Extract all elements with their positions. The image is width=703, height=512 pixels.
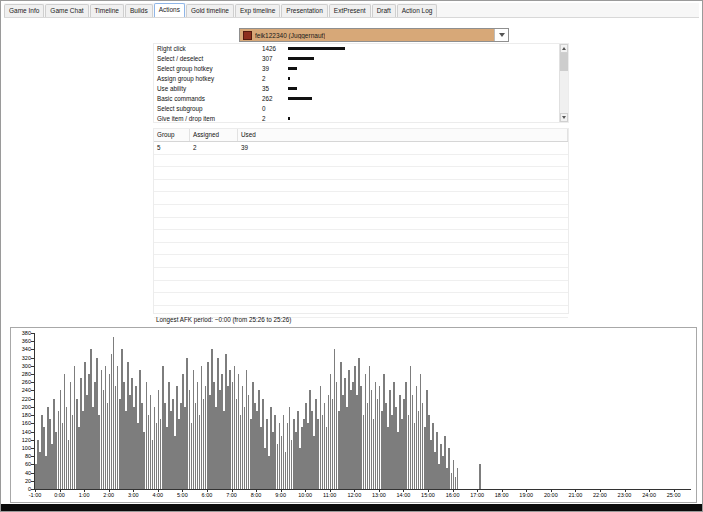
column-header-assigned[interactable]: Assigned (190, 129, 238, 141)
x-tick-label: 15:00 (421, 492, 435, 498)
action-count: 2 (262, 115, 288, 122)
table-cell (238, 180, 568, 192)
action-label: Select / deselect (154, 55, 262, 62)
player-dropdown[interactable]: feik122340 (Juggernaut) (239, 28, 509, 42)
x-tick-label: 22:00 (593, 492, 607, 498)
y-tick-label: 200 (11, 404, 31, 410)
scrollbar-thumb[interactable] (560, 53, 568, 71)
x-tick-label: 25:00 (667, 492, 681, 498)
y-tick (31, 489, 34, 490)
y-tick (31, 358, 34, 359)
y-tick-label: 160 (11, 420, 31, 426)
action-row[interactable]: Give item / drop item2 (154, 113, 559, 122)
action-label: Use ability (154, 85, 262, 92)
tab-builds[interactable]: Builds (125, 4, 153, 17)
y-tick-label: 300 (11, 363, 31, 369)
y-tick (31, 456, 34, 457)
table-cell (154, 230, 190, 242)
y-tick-label: 100 (11, 445, 31, 451)
table-cell (238, 243, 568, 255)
y-tick (31, 423, 34, 424)
x-tick-label: 21:00 (568, 492, 582, 498)
y-tick-label: 80 (11, 453, 31, 459)
x-tick-label: 4:00 (152, 492, 163, 498)
y-tick-label: 240 (11, 387, 31, 393)
action-label: Basic commands (154, 95, 262, 102)
table-row-empty (154, 155, 568, 168)
table-row-empty (154, 268, 568, 281)
action-count-bar (288, 117, 290, 120)
tab-game-chat[interactable]: Game Chat (45, 4, 88, 17)
table-row-empty (154, 255, 568, 268)
apm-chart: 0204060801001201401601802002202402602803… (10, 327, 697, 503)
x-tick-label: 11:00 (323, 492, 336, 498)
action-label: Assign group hotkey (154, 75, 262, 82)
y-tick-label: 280 (11, 371, 31, 377)
x-tick-label: 0:00 (54, 492, 65, 498)
table-cell (190, 167, 238, 179)
table-cell (154, 255, 190, 267)
y-tick-label: 320 (11, 355, 31, 361)
y-tick (31, 390, 34, 391)
table-cell (190, 230, 238, 242)
action-row[interactable]: Select group hotkey39 (154, 64, 559, 74)
x-tick-label: 19:00 (519, 492, 533, 498)
x-tick-label: 18:00 (495, 492, 509, 498)
action-count: 307 (262, 55, 288, 62)
table-row[interactable]: 5239 (154, 142, 568, 155)
tab-exp-timeline[interactable]: Exp timeline (235, 4, 280, 17)
tab-action-log[interactable]: Action Log (397, 4, 438, 17)
y-tick-label: 40 (11, 470, 31, 476)
x-tick-label: -1:00 (29, 492, 42, 498)
action-row[interactable]: Right click1426 (154, 44, 559, 54)
action-row[interactable]: Select subgroup0 (154, 103, 559, 113)
table-cell (190, 180, 238, 192)
table-cell (238, 230, 568, 242)
action-row[interactable]: Assign group hotkey2 (154, 74, 559, 84)
tab-game-info[interactable]: Game Info (4, 4, 44, 17)
table-cell (238, 192, 568, 204)
action-count: 39 (262, 65, 288, 72)
y-tick (31, 407, 34, 408)
tab-timeline[interactable]: Timeline (90, 4, 124, 17)
actions-list-scrollbar[interactable] (559, 44, 568, 122)
dropdown-arrow-button[interactable] (494, 29, 508, 41)
y-tick (31, 440, 34, 441)
chevron-down-icon (499, 33, 505, 37)
scroll-up-button[interactable] (560, 44, 568, 53)
x-tick-label: 13:00 (372, 492, 386, 498)
tab-extpresent[interactable]: ExtPresent (329, 4, 371, 17)
tab-gold-timeline[interactable]: Gold timeline (186, 4, 234, 17)
y-tick (31, 415, 34, 416)
x-tick-label: 24:00 (642, 492, 656, 498)
y-tick (31, 448, 34, 449)
table-row-empty (154, 192, 568, 205)
x-tick-label: 2:00 (103, 492, 114, 498)
action-count: 1426 (262, 45, 288, 52)
column-header-group[interactable]: Group (154, 129, 190, 141)
scroll-down-button[interactable] (560, 113, 568, 122)
x-tick-label: 1:00 (79, 492, 90, 498)
y-tick-label: 380 (11, 330, 31, 336)
action-count-bar (288, 87, 297, 90)
table-row-empty (154, 243, 568, 256)
table-cell (190, 255, 238, 267)
column-header-used[interactable]: Used (238, 129, 568, 141)
table-cell (190, 192, 238, 204)
action-label: Give item / drop item (154, 115, 262, 122)
action-row[interactable]: Use ability35 (154, 84, 559, 94)
action-row[interactable]: Select / deselect307 (154, 54, 559, 64)
tab-strip: Game InfoGame ChatTimelineBuildsActionsG… (4, 3, 699, 18)
tab-draft[interactable]: Draft (372, 4, 396, 17)
tab-actions[interactable]: Actions (154, 3, 185, 17)
table-cell (154, 243, 190, 255)
app-window: Game InfoGame ChatTimelineBuildsActionsG… (0, 0, 703, 512)
action-count: 262 (262, 95, 288, 102)
action-count-bar (288, 57, 314, 60)
action-count: 35 (262, 85, 288, 92)
action-row[interactable]: Basic commands262 (154, 93, 559, 103)
x-tick-label: 7:00 (226, 492, 237, 498)
action-label: Right click (154, 45, 262, 52)
tab-presentation[interactable]: Presentation (281, 4, 328, 17)
apm-bars (35, 333, 690, 489)
